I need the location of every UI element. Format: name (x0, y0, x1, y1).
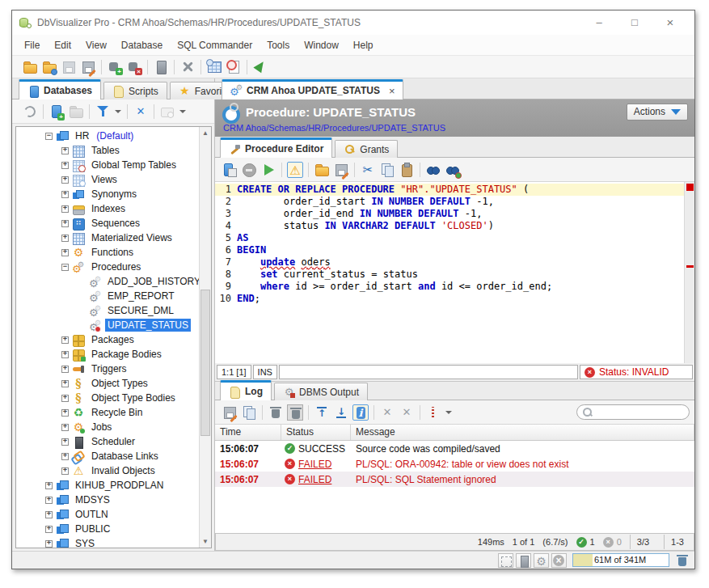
menu-item-window[interactable]: Window (297, 36, 346, 55)
tree-item-scheduler[interactable]: +Scheduler (16, 434, 199, 449)
code-line-2[interactable]: 2 order_id_start IN NUMBER DEFAULT -1, (215, 196, 684, 208)
tree-item-tables[interactable]: +Tables (16, 143, 199, 158)
tree-expander-icon[interactable]: − (45, 133, 53, 140)
tree-item-hr[interactable]: −HR(Default) (16, 129, 199, 143)
tree-item-mdsys[interactable]: +MDSYS (16, 493, 199, 507)
code-line-4[interactable]: 4 status IN VARCHAR2 DEFAULT 'CLOSED') (215, 220, 684, 232)
scroll-down-icon[interactable]: ▼ (200, 535, 211, 548)
menu-item-edit[interactable]: Edit (47, 36, 78, 55)
code-line-9[interactable]: 9 where id >= order_id_start and id <= o… (215, 281, 684, 293)
open-folder-settings-icon[interactable] (41, 59, 57, 75)
tab-procedure-editor[interactable]: Procedure Editor (220, 137, 332, 158)
log-row[interactable]: 15:06:07×FAILEDPL/SQL: SQL Statement ign… (215, 472, 694, 487)
tree-expander-icon[interactable]: + (61, 205, 69, 213)
garbage-collect-icon[interactable] (675, 553, 690, 568)
locate-icon[interactable] (159, 104, 175, 120)
tree-expander-icon[interactable]: − (61, 264, 69, 271)
open-folder-icon[interactable] (22, 59, 38, 75)
tree-expander-icon[interactable]: + (61, 235, 69, 242)
create-folder-icon[interactable] (68, 104, 84, 120)
tab-dbms-output[interactable]: DBMS Output (274, 383, 368, 400)
tree-item-procedures[interactable]: −Procedures (16, 260, 199, 274)
tree-scrollbar[interactable]: ▲ ▼ (199, 127, 211, 548)
tree-expander-icon[interactable]: + (61, 453, 69, 460)
object-tab[interactable]: CRM Ahoa UPDATE_STATUS × (222, 79, 403, 99)
follow-toggle-icon[interactable] (352, 404, 369, 421)
tree-expander-icon[interactable]: + (45, 540, 53, 548)
code-line-3[interactable]: 3 order_id_end IN NUMBER DEFAULT -1, (215, 208, 684, 220)
tree-item-kihub-prodplan[interactable]: +KIHUB_PRODPLAN (16, 478, 199, 493)
scroll-top-icon[interactable] (314, 404, 330, 421)
tree-expander-icon[interactable]: + (61, 191, 69, 198)
code-line-6[interactable]: 6BEGIN (215, 244, 684, 256)
tree-expander-icon[interactable]: + (61, 249, 69, 256)
scroll-bottom-icon[interactable] (333, 404, 349, 421)
tab-grants[interactable]: Grants (335, 140, 398, 158)
tree-item-sequences[interactable]: +Sequences (16, 216, 199, 231)
log-row[interactable]: 15:06:07✓SUCCESSSource code was compiled… (215, 441, 694, 456)
log-search[interactable] (576, 404, 690, 420)
disconnect-icon[interactable] (126, 59, 142, 75)
menu-item-view[interactable]: View (78, 36, 114, 55)
tree-item-triggers[interactable]: +Triggers (16, 362, 199, 376)
errors-icon[interactable] (551, 553, 567, 568)
tree-item-update-status[interactable]: UPDATE_STATUS (16, 318, 199, 332)
minimize-button[interactable]: – (581, 11, 617, 34)
clear-all-icon[interactable] (287, 404, 303, 421)
error-marker-line7[interactable] (686, 265, 694, 268)
export-icon[interactable] (222, 404, 238, 421)
tree-item-views[interactable]: +Views (16, 172, 199, 187)
connect-icon[interactable] (107, 59, 123, 75)
code-editor[interactable]: 1CREATE OR REPLACE PROCEDURE "HR"."UPDAT… (215, 182, 694, 363)
tab-close-icon[interactable]: × (389, 85, 395, 97)
tree-expander-icon[interactable]: + (61, 380, 69, 387)
menu-item-database[interactable]: Database (114, 36, 170, 55)
code-line-7[interactable]: 7 update oders (215, 256, 684, 269)
dropdown-caret[interactable] (179, 104, 187, 120)
collapse-all-icon[interactable] (133, 104, 149, 120)
copy-icon[interactable] (379, 162, 395, 178)
tree-item-recycle-bin[interactable]: +Recycle Bin (16, 405, 199, 420)
tree-expander-icon[interactable]: + (61, 220, 69, 227)
tree-expander-icon[interactable]: + (45, 511, 53, 518)
tree-expander-icon[interactable]: + (61, 424, 69, 431)
column-status[interactable]: Status (281, 425, 351, 440)
code-line-8[interactable]: 8 set current_status = status (215, 269, 684, 281)
schedule-icon[interactable] (226, 59, 242, 75)
tree-expander-icon[interactable]: + (45, 497, 53, 504)
tree-item-global-temp-tables[interactable]: +Global Temp Tables (16, 158, 199, 172)
tree-expander-icon[interactable]: + (61, 409, 69, 417)
memory-monitor[interactable]: 61M of 341M (572, 553, 669, 567)
tree-item-emp-report[interactable]: EMP_REPORT (16, 289, 199, 303)
code-line-10[interactable]: 10END; (215, 293, 684, 305)
save-procedure-icon[interactable] (222, 162, 238, 178)
tree-item-object-types[interactable]: +Object Types (16, 376, 199, 391)
layout-icon[interactable] (498, 553, 513, 568)
tree-expander-icon[interactable]: + (61, 336, 69, 344)
tree-expander-icon[interactable]: + (61, 147, 69, 154)
tree-item-sys[interactable]: +SYS (16, 536, 199, 548)
menu-item-help[interactable]: Help (346, 36, 381, 55)
tree-expander-icon[interactable]: + (61, 351, 69, 358)
stop-icon[interactable] (241, 162, 257, 178)
tree-item-packages[interactable]: +Packages (16, 332, 199, 347)
menu-item-file[interactable]: File (17, 36, 47, 55)
tree-item-outln[interactable]: +OUTLN (16, 507, 199, 522)
tree-item-secure-dml[interactable]: SECURE_DML (16, 303, 199, 318)
tree-item-public[interactable]: +PUBLIC (16, 522, 199, 536)
open-folder-icon[interactable] (314, 162, 330, 178)
tree-item-invalid-objects[interactable]: +Invalid Objects (16, 463, 199, 478)
monitor-icon[interactable] (206, 59, 222, 75)
save-as-icon[interactable] (80, 59, 96, 75)
tree-item-synonyms[interactable]: +Synonyms (16, 187, 199, 201)
menu-item-sql-commander[interactable]: SQL Commander (170, 36, 260, 55)
tree-expander-icon[interactable]: + (61, 395, 69, 402)
execute-icon[interactable] (260, 162, 276, 178)
column-message[interactable]: Message (351, 425, 694, 440)
scroll-up-icon[interactable]: ▲ (200, 127, 211, 139)
server-icon[interactable] (153, 59, 169, 75)
collapse-icon[interactable] (399, 404, 415, 421)
scrollbar-thumb[interactable] (200, 290, 210, 436)
close-button[interactable]: × (652, 11, 688, 34)
refresh-icon[interactable] (22, 104, 38, 120)
